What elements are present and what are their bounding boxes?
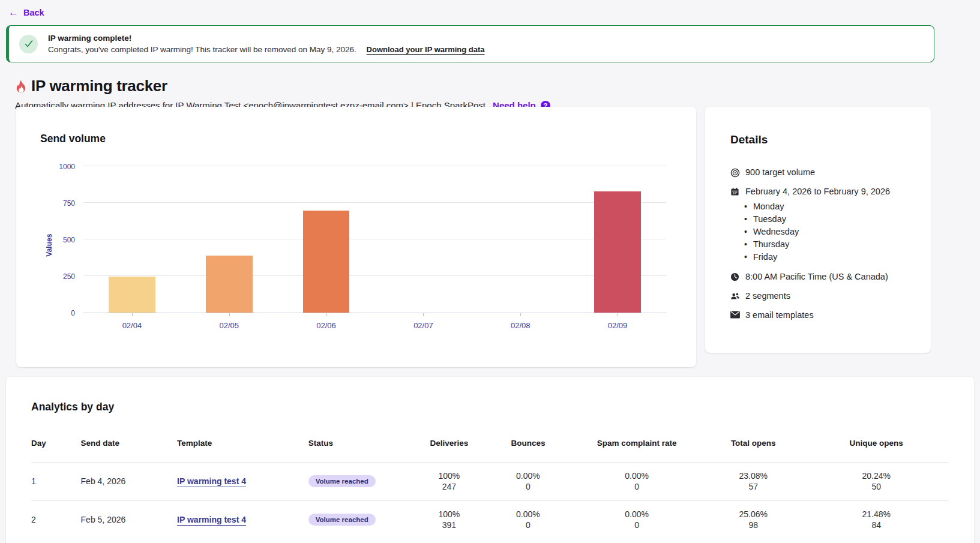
send-volume-card: Send volume Values 02505007501000 02/040… <box>16 107 696 367</box>
details-title: Details <box>705 107 931 146</box>
column-header: Unique opens <box>804 434 949 463</box>
envelope-icon <box>730 311 740 320</box>
metric-cell: 100%391 <box>413 500 485 538</box>
column-header: Deliveries <box>413 434 485 463</box>
day-cell: 2 <box>31 500 81 538</box>
status-badge: Volume reached <box>308 514 376 526</box>
metric-cell: 25.06%98 <box>703 500 804 538</box>
y-tick-label: 0 <box>71 309 75 317</box>
detail-text: February 4, 2026 to February 9, 2026 <box>745 187 890 196</box>
send-day-item: Thursday <box>744 238 913 250</box>
y-tick-label: 750 <box>63 199 75 208</box>
analytics-card: Analytics by day DaySend dateTemplateSta… <box>6 377 974 543</box>
column-header: Bounces <box>485 434 571 463</box>
send-day-item: Tuesday <box>744 212 913 225</box>
bar-02/04[interactable] <box>109 277 155 313</box>
left-arrow-icon: ← <box>8 7 19 17</box>
download-warming-data-link[interactable]: Download your IP warming data <box>367 45 485 54</box>
metric-cell: 23.08%57 <box>703 463 804 501</box>
detail-item: 2 segments <box>730 291 913 301</box>
calendar-icon <box>730 187 740 197</box>
page-header: IP warming tracker Automatically warming… <box>0 62 980 110</box>
template-link[interactable]: IP warming test 4 <box>177 515 246 524</box>
x-tick-label: 02/08 <box>511 321 531 330</box>
column-header: Day <box>31 434 81 463</box>
detail-item: February 4, 2026 to February 9, 2026 <box>730 187 913 197</box>
detail-text: 3 email templates <box>745 310 814 320</box>
day-cell: 1 <box>31 463 81 501</box>
send-day-item: Monday <box>744 200 913 212</box>
column-header: Spam complaint rate <box>571 434 703 463</box>
details-list: 900 target volumeFebruary 4, 2026 to Feb… <box>705 146 931 320</box>
x-tick-label: 02/06 <box>316 321 336 330</box>
chart-plot-area <box>83 167 666 313</box>
detail-item: 3 email templates <box>730 310 913 320</box>
back-label: Back <box>23 8 44 17</box>
detail-text: 900 target volume <box>745 167 815 177</box>
metric-cell: 0.00%0 <box>571 463 703 501</box>
send-volume-title: Send volume <box>16 107 696 145</box>
x-tick-label: 02/07 <box>413 321 433 330</box>
x-tick-label: 02/09 <box>608 321 628 330</box>
page-title: IP warming tracker <box>31 77 167 95</box>
y-axis-ticks: 02505007501000 <box>40 167 83 313</box>
detail-item: 8:00 AM Pacific Time (US & Canada) <box>730 272 913 282</box>
analytics-table: DaySend dateTemplateStatusDeliveriesBoun… <box>31 434 949 539</box>
column-header: Status <box>308 434 413 463</box>
back-button[interactable]: ← Back <box>8 7 44 17</box>
table-row: 2Feb 5, 2026IP warming test 4Volume reac… <box>31 500 949 538</box>
detail-text: 8:00 AM Pacific Time (US & Canada) <box>745 272 888 281</box>
send-day-item: Friday <box>744 250 913 263</box>
table-header-row: DaySend dateTemplateStatusDeliveriesBoun… <box>31 434 949 463</box>
clock-icon <box>730 272 740 282</box>
bar-02/09[interactable] <box>594 191 641 313</box>
bar-02/06[interactable] <box>303 211 350 313</box>
metric-cell: 21.48%84 <box>804 500 949 538</box>
y-tick-label: 250 <box>63 272 75 281</box>
y-tick-label: 1000 <box>59 163 75 171</box>
send-date-cell: Feb 4, 2026 <box>81 463 178 501</box>
send-volume-chart: Values 02505007501000 02/0402/0502/0602/… <box>40 167 666 331</box>
x-tick-label: 02/04 <box>122 321 142 330</box>
metric-cell: 0.00%0 <box>571 500 703 538</box>
template-link[interactable]: IP warming test 4 <box>177 476 246 486</box>
metric-cell: 0.00%0 <box>485 500 571 538</box>
detail-item: 900 target volume <box>730 167 913 178</box>
details-card: Details 900 target volumeFebruary 4, 202… <box>705 107 931 353</box>
x-axis-labels: 02/0402/0502/0602/0702/0802/09 <box>83 313 666 331</box>
flame-icon <box>15 79 27 94</box>
metric-cell: 0.00%0 <box>485 463 571 501</box>
banner-text: IP warming complete! Congrats, you've co… <box>48 34 485 54</box>
top-bar: ← Back <box>0 0 980 24</box>
column-header: Template <box>177 434 308 463</box>
send-days-list: MondayTuesdayWednesdayThursdayFriday <box>744 200 913 263</box>
status-badge: Volume reached <box>308 475 376 487</box>
target-icon <box>730 168 740 178</box>
send-day-item: Wednesday <box>744 225 913 238</box>
users-icon <box>730 292 740 301</box>
column-header: Send date <box>81 434 178 463</box>
banner-message: Congrats, you've completed IP warming! T… <box>48 45 485 54</box>
table-row: 1Feb 4, 2026IP warming test 4Volume reac… <box>31 463 949 501</box>
metric-cell: 20.24%50 <box>804 463 949 501</box>
metric-cell: 100%247 <box>413 463 485 501</box>
y-tick-label: 500 <box>63 236 75 244</box>
banner-title: IP warming complete! <box>48 34 485 43</box>
send-date-cell: Feb 5, 2026 <box>81 500 178 538</box>
detail-text: 2 segments <box>745 291 790 301</box>
check-circle-icon <box>19 35 38 53</box>
ip-warming-complete-banner: IP warming complete! Congrats, you've co… <box>6 25 934 62</box>
x-tick-label: 02/05 <box>219 321 239 330</box>
column-header: Total opens <box>703 434 804 463</box>
analytics-title: Analytics by day <box>6 377 974 413</box>
bar-02/05[interactable] <box>206 256 253 313</box>
